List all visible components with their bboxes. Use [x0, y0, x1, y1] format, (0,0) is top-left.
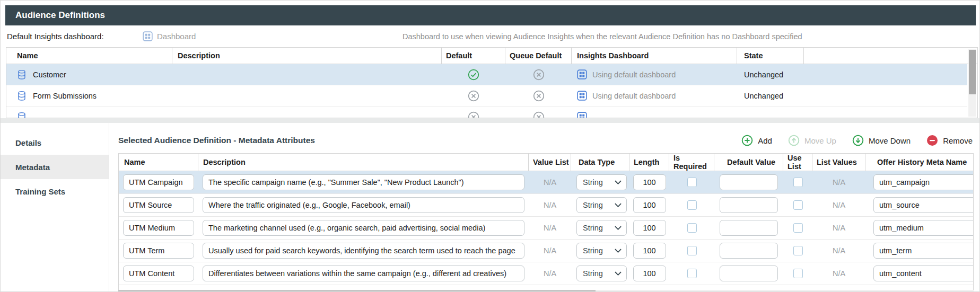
column-header-default[interactable]: Default — [442, 48, 505, 64]
column-header-name[interactable]: Name — [6, 48, 172, 64]
window-title-bar: Audience Definitions — [5, 5, 976, 25]
add-label: Add — [758, 136, 772, 145]
default-value-input[interactable] — [720, 174, 778, 190]
default-dashboard-picker[interactable]: Dashboard — [143, 25, 196, 47]
move-down-button[interactable]: Move Down — [852, 135, 911, 146]
metadata-row-utm-content[interactable]: N/A String N/A — [119, 262, 973, 285]
column-header-value-list[interactable]: Value List — [529, 154, 571, 171]
metadata-row-utm-source[interactable]: N/A String N/A — [119, 194, 973, 217]
column-header-offer-history-meta-name[interactable]: Offer History Meta Name — [865, 154, 974, 171]
column-header-default-value[interactable]: Default Value — [714, 154, 783, 171]
sidebar-item-training-sets[interactable]: Training Sets — [1, 179, 109, 203]
column-header-name[interactable]: Name — [119, 154, 198, 171]
column-header-list-values[interactable]: List Values — [812, 154, 865, 171]
default-value-input[interactable] — [720, 197, 778, 213]
sidebar-item-details[interactable]: Details — [1, 130, 109, 155]
length-input[interactable] — [633, 243, 666, 259]
value-list-na: N/A — [544, 269, 556, 278]
add-icon — [741, 135, 753, 146]
move-up-button[interactable]: Move Up — [788, 135, 836, 146]
column-header-description[interactable]: Description — [198, 154, 529, 171]
column-header-use-list[interactable]: Use List — [783, 154, 812, 171]
length-input[interactable] — [633, 197, 666, 213]
scrollbar-thumb[interactable] — [118, 290, 596, 292]
move-down-icon — [852, 135, 864, 146]
data-type-select[interactable]: String — [576, 174, 627, 190]
use-list-checkbox[interactable] — [793, 223, 803, 233]
metadata-table-horizontal-scrollbar[interactable] — [118, 290, 974, 292]
attribute-description-input[interactable] — [203, 197, 524, 213]
data-type-value: String — [583, 224, 603, 232]
database-icon — [17, 91, 27, 101]
attribute-name-input[interactable] — [123, 197, 194, 213]
audience-table-scrollbar[interactable] — [968, 49, 976, 117]
state-value: Unchanged — [737, 92, 804, 100]
list-values-na: N/A — [833, 178, 845, 187]
column-header-state[interactable]: State — [737, 48, 804, 64]
attribute-name-input[interactable] — [123, 266, 194, 281]
add-button[interactable]: Add — [741, 135, 772, 146]
metadata-row-utm-term[interactable]: N/A String N/A — [119, 240, 973, 262]
is-required-checkbox[interactable] — [687, 200, 697, 210]
state-value: Unchanged — [737, 70, 804, 79]
cross-circle-icon — [533, 111, 545, 119]
audience-row-customer[interactable]: Customer Using default dashboard Unchang… — [6, 64, 967, 85]
offer-history-meta-name-input[interactable] — [873, 266, 974, 281]
default-dashboard-value: Dashboard — [157, 32, 196, 41]
audience-row-form-submissions[interactable]: Form Submissions Using default dashboard… — [6, 85, 967, 107]
dashboard-icon — [577, 69, 587, 79]
audience-name: Form Submissions — [33, 92, 97, 100]
column-header-insights-dashboard[interactable]: Insights Dashboard — [572, 48, 737, 64]
check-circle-icon — [468, 69, 479, 81]
default-dashboard-row: Default Insights dashboard: Dashboard Da… — [1, 25, 979, 47]
attribute-description-input[interactable] — [203, 174, 524, 190]
attribute-name-input[interactable] — [123, 243, 194, 259]
column-header-data-type[interactable]: Data Type — [571, 154, 629, 171]
is-required-checkbox[interactable] — [687, 178, 697, 187]
audience-row-partial[interactable] — [6, 107, 967, 118]
attribute-name-input[interactable] — [123, 220, 194, 236]
data-type-select[interactable]: String — [576, 266, 627, 281]
scrollbar-thumb[interactable] — [969, 50, 976, 94]
offer-history-meta-name-input[interactable] — [873, 220, 974, 236]
metadata-row-utm-campaign[interactable]: N/A String N/A — [119, 171, 973, 194]
default-value-input[interactable] — [720, 266, 778, 281]
data-type-select[interactable]: String — [576, 220, 627, 236]
is-required-checkbox[interactable] — [687, 269, 697, 278]
use-list-checkbox[interactable] — [793, 269, 803, 278]
offer-history-meta-name-input[interactable] — [873, 197, 974, 213]
column-header-description[interactable]: Description — [172, 48, 442, 64]
data-type-select[interactable]: String — [576, 243, 627, 259]
attribute-description-input[interactable] — [203, 243, 524, 259]
default-value-input[interactable] — [720, 243, 778, 259]
is-required-checkbox[interactable] — [687, 246, 697, 255]
chevron-down-icon — [615, 203, 622, 207]
insights-dashboard-value: Using default dashboard — [592, 92, 676, 100]
column-header-length[interactable]: Length — [629, 154, 669, 171]
audience-name: Customer — [33, 70, 66, 79]
chevron-down-icon — [615, 226, 622, 230]
data-type-select[interactable]: String — [576, 197, 627, 213]
length-input[interactable] — [633, 174, 666, 190]
remove-button[interactable]: Remove — [926, 135, 973, 146]
offer-history-meta-name-input[interactable] — [873, 243, 974, 259]
use-list-checkbox[interactable] — [793, 246, 803, 255]
length-input[interactable] — [633, 220, 666, 236]
cross-circle-icon — [468, 111, 479, 119]
metadata-row-utm-medium[interactable]: N/A String N/A — [119, 217, 973, 240]
default-dashboard-help-text: Dashboard to use when viewing Audience I… — [402, 25, 802, 47]
use-list-checkbox[interactable] — [793, 200, 803, 210]
offer-history-meta-name-input[interactable] — [873, 174, 974, 190]
section-divider — [1, 118, 979, 123]
length-input[interactable] — [633, 266, 666, 281]
attribute-name-input[interactable] — [123, 174, 194, 190]
is-required-checkbox[interactable] — [687, 223, 697, 233]
default-value-input[interactable] — [720, 220, 778, 236]
attribute-description-input[interactable] — [203, 266, 524, 281]
use-list-checkbox[interactable] — [793, 178, 803, 187]
attribute-description-input[interactable] — [203, 220, 524, 236]
list-values-na: N/A — [833, 269, 845, 278]
sidebar-item-metadata[interactable]: Metadata — [1, 155, 109, 179]
column-header-queue-default[interactable]: Queue Default — [505, 48, 572, 64]
column-header-is-required[interactable]: Is Required — [669, 154, 714, 171]
